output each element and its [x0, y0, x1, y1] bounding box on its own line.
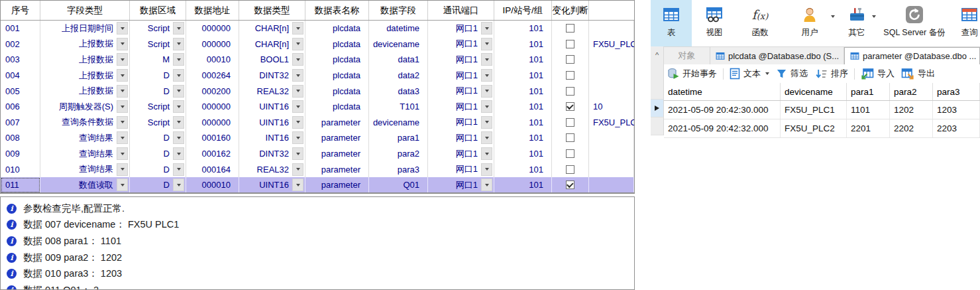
cell-comm-port[interactable]: 网口1	[428, 52, 494, 68]
cell-extra[interactable]: FX5U_PLC1	[589, 115, 634, 131]
toolbar-button-user[interactable]: 用户	[783, 0, 836, 46]
change-detect-checkbox[interactable]	[566, 24, 574, 33]
cell-data-type[interactable]: CHAR[n]	[239, 36, 305, 52]
grid-cell[interactable]: 2021-05-09 20:42:30.000	[664, 101, 781, 119]
cell-field-type[interactable]: 查询结果	[40, 146, 130, 162]
dropdown-button[interactable]	[117, 22, 128, 35]
cell-table-name[interactable]: plcdata	[305, 68, 369, 84]
action-begin-transaction[interactable]: 开始事务	[667, 68, 717, 80]
cell-extra[interactable]	[589, 161, 634, 177]
cell-data-area[interactable]: D	[130, 68, 186, 84]
table-row[interactable]: 010查询结果D000164REAL32parameterpara3网口1101	[1, 161, 634, 177]
cell-data-field[interactable]: Q01	[369, 177, 428, 193]
cell-change-detect[interactable]	[552, 161, 589, 177]
dropdown-button[interactable]	[292, 116, 303, 129]
cell-data-type[interactable]: UINT16	[239, 177, 305, 193]
change-detect-checkbox[interactable]	[566, 181, 574, 189]
cell-extra[interactable]	[589, 177, 634, 193]
dropdown-button[interactable]	[173, 100, 184, 113]
dropdown-button[interactable]	[481, 131, 492, 144]
cell-change-detect[interactable]	[552, 99, 589, 115]
cell-table-name[interactable]: plcdata	[305, 21, 369, 36]
cell-table-name[interactable]: plcdata	[305, 52, 369, 68]
cell-field-type[interactable]: 查询结果	[40, 130, 130, 146]
dropdown-button[interactable]	[117, 131, 128, 144]
table-row[interactable]: 001上报日期时间Script000000CHAR[n]plcdatadatet…	[1, 21, 634, 36]
cell-comm-port[interactable]: 网口1	[428, 177, 494, 193]
cell-extra[interactable]	[589, 21, 634, 36]
cell-comm-port[interactable]: 网口1	[428, 99, 494, 115]
cell-seq[interactable]: 008	[1, 130, 40, 146]
cell-extra[interactable]	[589, 130, 634, 146]
change-detect-checkbox[interactable]	[566, 133, 574, 142]
tab-plcdata[interactable]: plcdata @Database.dbo (S...	[710, 47, 844, 64]
dropdown-button[interactable]	[481, 38, 492, 50]
dropdown-button[interactable]	[173, 69, 184, 82]
dropdown-button[interactable]	[481, 179, 492, 191]
toolbar-button-view[interactable]: 视图	[692, 0, 737, 46]
table-row[interactable]: 011数值读取D000010UINT16parameterQ01网口1101	[1, 177, 634, 193]
cell-data-type[interactable]: DINT32	[239, 146, 305, 162]
cell-ip-station[interactable]: 101	[494, 115, 552, 131]
cell-data-address[interactable]: 000162	[186, 146, 239, 162]
grid-cell[interactable]: 1202	[890, 101, 933, 119]
table-row[interactable]: 007查询条件数据Script000000UINT16parameterdevi…	[1, 115, 634, 131]
cell-field-type[interactable]: 上报数据	[40, 52, 130, 68]
cell-extra[interactable]: FX5U_PLC1	[589, 36, 634, 52]
cell-comm-port[interactable]: 网口1	[428, 68, 494, 84]
cell-data-type[interactable]: DINT32	[239, 68, 305, 84]
cell-table-name[interactable]: plcdata	[305, 99, 369, 115]
dropdown-button[interactable]	[173, 38, 184, 50]
cell-extra[interactable]: 10	[589, 99, 634, 115]
dropdown-button[interactable]	[117, 85, 128, 98]
dropdown-button[interactable]	[481, 22, 492, 35]
active-row-header[interactable]	[651, 100, 664, 117]
dropdown-button[interactable]	[117, 116, 128, 129]
collapse-button[interactable]: ^	[651, 46, 664, 64]
cell-seq[interactable]: 005	[1, 83, 40, 99]
dropdown-button[interactable]	[117, 53, 128, 66]
cell-data-area[interactable]: Script	[130, 36, 186, 52]
cell-data-type[interactable]: CHAR[n]	[239, 21, 305, 36]
dropdown-button[interactable]	[117, 38, 128, 50]
table-row[interactable]: 004上报数据D000264DINT32plcdatadata2网口1101	[1, 68, 634, 84]
cell-comm-port[interactable]: 网口1	[428, 21, 494, 36]
cell-seq[interactable]: 004	[1, 68, 40, 84]
grid-cell[interactable]: 2202	[890, 119, 933, 137]
cell-data-field[interactable]: devicename	[369, 36, 428, 52]
cell-change-detect[interactable]	[552, 21, 589, 36]
dropdown-button[interactable]	[292, 100, 303, 113]
change-detect-checkbox[interactable]	[566, 102, 574, 111]
dropdown-button[interactable]	[292, 69, 303, 82]
cell-change-detect[interactable]	[552, 130, 589, 146]
change-detect-checkbox[interactable]	[566, 87, 574, 96]
cell-data-address[interactable]: 000164	[186, 161, 239, 177]
cell-change-detect[interactable]	[552, 115, 589, 131]
cell-field-type[interactable]: 查询条件数据	[40, 115, 130, 131]
cell-comm-port[interactable]: 网口1	[428, 83, 494, 99]
grid-cell[interactable]: 1101	[847, 101, 890, 119]
toolbar-button-backup[interactable]: SQL Server 备份	[877, 0, 952, 46]
cell-ip-station[interactable]: 101	[494, 177, 552, 193]
toolbar-button-others[interactable]: 其它	[836, 0, 877, 46]
cell-seq[interactable]: 010	[1, 161, 40, 177]
cell-data-type[interactable]: INT16	[239, 130, 305, 146]
dropdown-button[interactable]	[481, 85, 492, 98]
cell-field-type[interactable]: 上报日期时间	[40, 21, 130, 36]
cell-extra[interactable]	[589, 83, 634, 99]
dropdown-button[interactable]	[173, 22, 184, 35]
cell-data-type[interactable]: REAL32	[239, 161, 305, 177]
cell-extra[interactable]	[589, 146, 634, 162]
cell-change-detect[interactable]	[552, 83, 589, 99]
cell-data-area[interactable]: D	[130, 83, 186, 99]
dropdown-button[interactable]	[173, 147, 184, 160]
dropdown-button[interactable]	[117, 163, 128, 176]
cell-change-detect[interactable]	[552, 36, 589, 52]
cell-extra[interactable]	[589, 52, 634, 68]
dropdown-button[interactable]	[117, 179, 128, 191]
cell-seq[interactable]: 009	[1, 146, 40, 162]
dropdown-button[interactable]	[173, 131, 184, 144]
cell-extra[interactable]	[589, 68, 634, 84]
table-row[interactable]: 002上报数据Script000000CHAR[n]plcdatadevicen…	[1, 36, 634, 52]
dropdown-button[interactable]	[292, 85, 303, 98]
